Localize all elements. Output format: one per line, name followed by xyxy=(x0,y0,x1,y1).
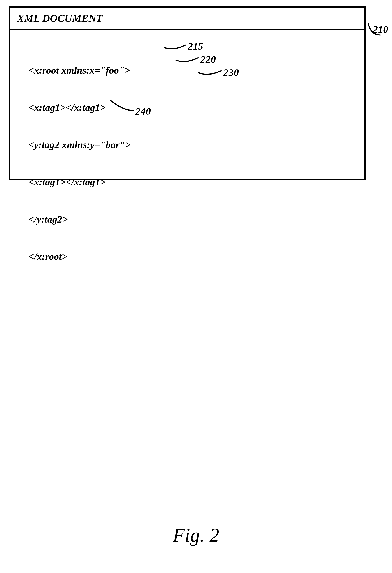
figure-caption: Fig. 2 xyxy=(0,524,392,546)
ref-number-230: 230 xyxy=(223,67,239,78)
frame-title: XML DOCUMENT xyxy=(17,12,103,24)
code-line: <y:tag2 xmlns:y="bar"> xyxy=(28,139,351,151)
ref-number-210: 210 xyxy=(373,24,388,35)
xml-document-frame: XML DOCUMENT <x:root xmlns:x="foo"> <x:t… xyxy=(9,6,366,180)
code-line: </y:tag2> xyxy=(28,213,351,226)
ref-number-220: 220 xyxy=(200,54,216,65)
code-line: <x:tag1></x:tag1> xyxy=(28,101,351,114)
ref-number-240: 240 xyxy=(136,106,151,117)
frame-title-bar: XML DOCUMENT xyxy=(10,8,364,30)
code-line: <x:tag1></x:tag1> xyxy=(28,176,351,188)
ref-number-215: 215 xyxy=(188,41,203,52)
code-line: </x:root> xyxy=(28,250,351,263)
code-body: <x:root xmlns:x="foo"> <x:tag1></x:tag1>… xyxy=(10,30,364,297)
code-line: <x:root xmlns:x="foo"> xyxy=(28,64,351,76)
page: XML DOCUMENT <x:root xmlns:x="foo"> <x:t… xyxy=(0,0,392,573)
